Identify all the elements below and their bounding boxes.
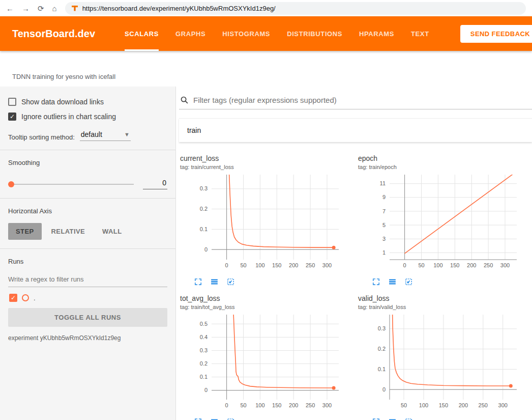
filter-tags-row — [179, 96, 532, 109]
svg-text:0: 0 — [225, 402, 228, 408]
svg-text:150: 150 — [272, 402, 281, 408]
content: Show data download links ✓ Ignore outlie… — [0, 87, 532, 420]
svg-text:0.2: 0.2 — [378, 346, 386, 352]
tab-scalars[interactable]: SCALARS — [125, 16, 159, 51]
home-icon[interactable]: ⌂ — [52, 5, 57, 12]
svg-text:0.5: 0.5 — [200, 321, 208, 327]
tag-group-card: train current_loss tag: train/current_lo… — [179, 118, 532, 420]
svg-text:100: 100 — [255, 402, 264, 408]
fit-domain-icon[interactable] — [404, 277, 413, 286]
line-chart[interactable]: 00.10.20.3050100150200250300 — [180, 172, 348, 274]
chart-tag: tag: train/tot_avg_loss — [180, 304, 348, 310]
line-chart[interactable]: 1357911050100150200250300 — [358, 172, 526, 274]
show-download-links-checkbox-row[interactable]: Show data download links — [8, 98, 167, 106]
tooltip-sorting-select[interactable]: default ▼ — [80, 130, 131, 141]
svg-text:11: 11 — [380, 180, 386, 186]
ignore-outliers-checkbox-row[interactable]: ✓ Ignore outliers in chart scaling — [8, 113, 167, 121]
slider-thumb[interactable] — [8, 181, 14, 187]
expand-icon[interactable] — [194, 417, 202, 420]
svg-text:0.1: 0.1 — [200, 226, 208, 232]
send-feedback-button[interactable]: SEND FEEDBACK — [460, 25, 532, 43]
data-table-icon[interactable] — [388, 417, 397, 420]
svg-text:0: 0 — [225, 262, 228, 268]
divider — [0, 198, 175, 199]
run-checkbox-icon[interactable]: ✓ — [9, 294, 17, 302]
line-chart[interactable]: 00.10.20.30.40.5050100150200250300 — [180, 312, 348, 414]
fit-domain-icon[interactable] — [226, 417, 235, 420]
svg-text:0: 0 — [403, 262, 406, 268]
svg-text:250: 250 — [306, 402, 315, 408]
search-icon — [180, 96, 189, 104]
fit-domain-icon[interactable] — [404, 417, 413, 420]
address-bar[interactable]: https://tensorboard.dev/experiment/yKUbh… — [65, 2, 526, 15]
checkbox-unchecked-icon[interactable] — [8, 98, 16, 106]
experiment-subheader: TDNN training for yesno with icefall — [0, 51, 532, 87]
fit-domain-icon[interactable] — [226, 277, 235, 286]
toggle-all-runs-button[interactable]: TOGGLE ALL RUNS — [8, 308, 167, 327]
tooltip-sorting-row: Tooltip sorting method: default ▼ — [8, 130, 167, 141]
chart-title: tot_avg_loss — [180, 294, 348, 302]
back-icon[interactable]: ← — [6, 5, 14, 12]
expand-icon[interactable] — [194, 277, 202, 286]
smoothing-label: Smoothing — [8, 159, 167, 166]
svg-text:0.3: 0.3 — [200, 185, 208, 191]
data-table-icon[interactable] — [210, 277, 219, 286]
data-table-icon[interactable] — [388, 277, 397, 286]
chart-title: valid_loss — [358, 294, 526, 302]
chart-toolbar — [180, 414, 348, 420]
divider — [0, 248, 175, 249]
browser-toolbar: ← → ⟳ ⌂ https://tensorboard.dev/experime… — [0, 0, 532, 16]
svg-text:300: 300 — [498, 402, 508, 408]
ignore-outliers-label: Ignore outliers in chart scaling — [21, 113, 116, 121]
app-header: TensorBoard.dev SCALARS GRAPHS HISTOGRAM… — [0, 16, 532, 51]
svg-text:0: 0 — [204, 246, 208, 253]
show-download-links-label: Show data download links — [21, 98, 104, 106]
tab-text[interactable]: TEXT — [411, 16, 429, 51]
runs-filter-input[interactable] — [8, 272, 167, 287]
expand-icon[interactable] — [372, 417, 380, 420]
svg-text:0.3: 0.3 — [378, 325, 386, 331]
run-name: . — [34, 294, 36, 302]
smoothing-slider[interactable] — [8, 184, 134, 185]
svg-text:250: 250 — [479, 402, 488, 408]
chart-tag: tag: train/valid_loss — [358, 304, 526, 310]
experiment-description: TDNN training for yesno with icefall — [12, 73, 115, 80]
forward-icon[interactable]: → — [22, 5, 29, 12]
axis-relative-button[interactable]: RELATIVE — [44, 223, 93, 240]
scalars-main: train current_loss tag: train/current_lo… — [176, 87, 532, 420]
svg-text:50: 50 — [401, 402, 407, 408]
svg-text:200: 200 — [289, 262, 298, 268]
tab-distributions[interactable]: DISTRIBUTIONS — [287, 16, 342, 51]
smoothing-slider-row: 0 — [8, 179, 167, 189]
svg-text:100: 100 — [433, 262, 442, 268]
tag-group-header[interactable]: train — [179, 118, 532, 142]
chart-card-tot-avg-loss: tot_avg_loss tag: train/tot_avg_loss 00.… — [180, 294, 348, 420]
axis-wall-button[interactable]: WALL — [95, 223, 129, 240]
chart-tag: tag: train/current_loss — [180, 164, 348, 170]
line-chart[interactable]: 00.10.20.350100150200250300 — [358, 312, 526, 414]
checkbox-checked-icon[interactable]: ✓ — [8, 113, 16, 121]
expand-icon[interactable] — [372, 277, 380, 286]
chart-card-epoch: epoch tag: train/epoch 13579110501001502… — [358, 154, 526, 286]
smoothing-value[interactable]: 0 — [143, 179, 167, 189]
tab-graphs[interactable]: GRAPHS — [175, 16, 205, 51]
run-color-swatch-icon[interactable] — [22, 294, 29, 301]
tooltip-sorting-value: default — [81, 130, 102, 138]
svg-text:250: 250 — [484, 262, 493, 268]
run-row: ✓ . — [9, 294, 167, 302]
svg-text:100: 100 — [419, 402, 428, 408]
svg-text:0.2: 0.2 — [200, 360, 208, 367]
chart-toolbar — [358, 414, 526, 420]
svg-text:0.2: 0.2 — [200, 206, 208, 212]
svg-text:1: 1 — [382, 249, 386, 256]
settings-sidebar: Show data download links ✓ Ignore outlie… — [0, 87, 176, 420]
axis-step-button[interactable]: STEP — [8, 223, 42, 240]
svg-text:0.4: 0.4 — [200, 334, 208, 340]
main-nav: SCALARS GRAPHS HISTOGRAMS DISTRIBUTIONS … — [125, 16, 429, 51]
reload-icon[interactable]: ⟳ — [38, 5, 44, 12]
tab-histograms[interactable]: HISTOGRAMS — [222, 16, 270, 51]
data-table-icon[interactable] — [210, 417, 219, 420]
filter-tags-input[interactable] — [193, 96, 532, 104]
tab-hparams[interactable]: HPARAMS — [359, 16, 394, 51]
svg-text:200: 200 — [289, 402, 298, 408]
